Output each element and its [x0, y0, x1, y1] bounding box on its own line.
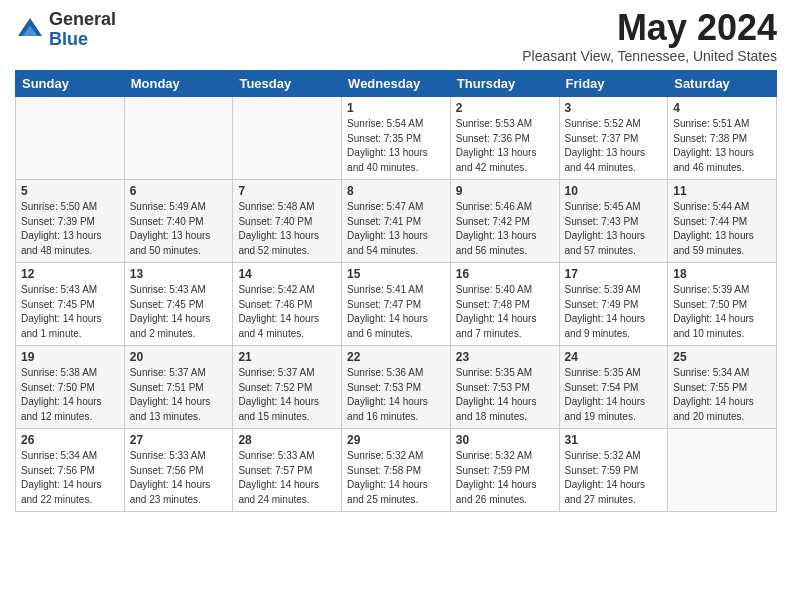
calendar-cell-3-4: 15Sunrise: 5:41 AM Sunset: 7:47 PM Dayli… [342, 263, 451, 346]
calendar-cell-5-4: 29Sunrise: 5:32 AM Sunset: 7:58 PM Dayli… [342, 429, 451, 512]
calendar-cell-2-3: 7Sunrise: 5:48 AM Sunset: 7:40 PM Daylig… [233, 180, 342, 263]
day-number: 18 [673, 267, 771, 281]
cell-content: Sunrise: 5:53 AM Sunset: 7:36 PM Dayligh… [456, 117, 554, 175]
day-number: 24 [565, 350, 663, 364]
weekday-header-row: Sunday Monday Tuesday Wednesday Thursday… [16, 71, 777, 97]
logo: General Blue [15, 10, 116, 50]
cell-content: Sunrise: 5:42 AM Sunset: 7:46 PM Dayligh… [238, 283, 336, 341]
calendar-cell-5-5: 30Sunrise: 5:32 AM Sunset: 7:59 PM Dayli… [450, 429, 559, 512]
day-number: 26 [21, 433, 119, 447]
day-number: 5 [21, 184, 119, 198]
day-number: 4 [673, 101, 771, 115]
cell-content: Sunrise: 5:34 AM Sunset: 7:56 PM Dayligh… [21, 449, 119, 507]
day-number: 17 [565, 267, 663, 281]
cell-content: Sunrise: 5:52 AM Sunset: 7:37 PM Dayligh… [565, 117, 663, 175]
cell-content: Sunrise: 5:32 AM Sunset: 7:59 PM Dayligh… [456, 449, 554, 507]
day-number: 28 [238, 433, 336, 447]
day-number: 2 [456, 101, 554, 115]
calendar-cell-2-1: 5Sunrise: 5:50 AM Sunset: 7:39 PM Daylig… [16, 180, 125, 263]
calendar-cell-5-2: 27Sunrise: 5:33 AM Sunset: 7:56 PM Dayli… [124, 429, 233, 512]
calendar-cell-5-6: 31Sunrise: 5:32 AM Sunset: 7:59 PM Dayli… [559, 429, 668, 512]
cell-content: Sunrise: 5:54 AM Sunset: 7:35 PM Dayligh… [347, 117, 445, 175]
calendar-cell-3-6: 17Sunrise: 5:39 AM Sunset: 7:49 PM Dayli… [559, 263, 668, 346]
day-number: 6 [130, 184, 228, 198]
day-number: 22 [347, 350, 445, 364]
calendar-body: 1Sunrise: 5:54 AM Sunset: 7:35 PM Daylig… [16, 97, 777, 512]
cell-content: Sunrise: 5:34 AM Sunset: 7:55 PM Dayligh… [673, 366, 771, 424]
calendar-page: General Blue May 2024 Pleasant View, Ten… [0, 0, 792, 612]
calendar-cell-3-2: 13Sunrise: 5:43 AM Sunset: 7:45 PM Dayli… [124, 263, 233, 346]
week-row-5: 26Sunrise: 5:34 AM Sunset: 7:56 PM Dayli… [16, 429, 777, 512]
day-number: 3 [565, 101, 663, 115]
day-number: 27 [130, 433, 228, 447]
calendar-cell-1-5: 2Sunrise: 5:53 AM Sunset: 7:36 PM Daylig… [450, 97, 559, 180]
day-number: 7 [238, 184, 336, 198]
calendar-cell-2-5: 9Sunrise: 5:46 AM Sunset: 7:42 PM Daylig… [450, 180, 559, 263]
calendar-cell-5-7 [668, 429, 777, 512]
calendar-cell-4-3: 21Sunrise: 5:37 AM Sunset: 7:52 PM Dayli… [233, 346, 342, 429]
calendar-cell-3-7: 18Sunrise: 5:39 AM Sunset: 7:50 PM Dayli… [668, 263, 777, 346]
cell-content: Sunrise: 5:43 AM Sunset: 7:45 PM Dayligh… [21, 283, 119, 341]
header-wednesday: Wednesday [342, 71, 451, 97]
day-number: 16 [456, 267, 554, 281]
day-number: 8 [347, 184, 445, 198]
cell-content: Sunrise: 5:40 AM Sunset: 7:48 PM Dayligh… [456, 283, 554, 341]
week-row-4: 19Sunrise: 5:38 AM Sunset: 7:50 PM Dayli… [16, 346, 777, 429]
cell-content: Sunrise: 5:36 AM Sunset: 7:53 PM Dayligh… [347, 366, 445, 424]
cell-content: Sunrise: 5:49 AM Sunset: 7:40 PM Dayligh… [130, 200, 228, 258]
day-number: 31 [565, 433, 663, 447]
calendar-cell-5-3: 28Sunrise: 5:33 AM Sunset: 7:57 PM Dayli… [233, 429, 342, 512]
calendar-cell-1-1 [16, 97, 125, 180]
day-number: 23 [456, 350, 554, 364]
cell-content: Sunrise: 5:32 AM Sunset: 7:59 PM Dayligh… [565, 449, 663, 507]
calendar-cell-4-1: 19Sunrise: 5:38 AM Sunset: 7:50 PM Dayli… [16, 346, 125, 429]
header-tuesday: Tuesday [233, 71, 342, 97]
day-number: 10 [565, 184, 663, 198]
header-saturday: Saturday [668, 71, 777, 97]
day-number: 13 [130, 267, 228, 281]
calendar-cell-2-6: 10Sunrise: 5:45 AM Sunset: 7:43 PM Dayli… [559, 180, 668, 263]
cell-content: Sunrise: 5:39 AM Sunset: 7:50 PM Dayligh… [673, 283, 771, 341]
cell-content: Sunrise: 5:35 AM Sunset: 7:54 PM Dayligh… [565, 366, 663, 424]
cell-content: Sunrise: 5:32 AM Sunset: 7:58 PM Dayligh… [347, 449, 445, 507]
week-row-3: 12Sunrise: 5:43 AM Sunset: 7:45 PM Dayli… [16, 263, 777, 346]
calendar-cell-1-2 [124, 97, 233, 180]
calendar-table: Sunday Monday Tuesday Wednesday Thursday… [15, 70, 777, 512]
calendar-cell-3-3: 14Sunrise: 5:42 AM Sunset: 7:46 PM Dayli… [233, 263, 342, 346]
cell-content: Sunrise: 5:44 AM Sunset: 7:44 PM Dayligh… [673, 200, 771, 258]
cell-content: Sunrise: 5:43 AM Sunset: 7:45 PM Dayligh… [130, 283, 228, 341]
logo-blue-text: Blue [49, 30, 116, 50]
header-friday: Friday [559, 71, 668, 97]
day-number: 1 [347, 101, 445, 115]
cell-content: Sunrise: 5:45 AM Sunset: 7:43 PM Dayligh… [565, 200, 663, 258]
cell-content: Sunrise: 5:33 AM Sunset: 7:56 PM Dayligh… [130, 449, 228, 507]
cell-content: Sunrise: 5:48 AM Sunset: 7:40 PM Dayligh… [238, 200, 336, 258]
calendar-cell-4-4: 22Sunrise: 5:36 AM Sunset: 7:53 PM Dayli… [342, 346, 451, 429]
cell-content: Sunrise: 5:41 AM Sunset: 7:47 PM Dayligh… [347, 283, 445, 341]
calendar-header: Sunday Monday Tuesday Wednesday Thursday… [16, 71, 777, 97]
cell-content: Sunrise: 5:33 AM Sunset: 7:57 PM Dayligh… [238, 449, 336, 507]
calendar-cell-4-6: 24Sunrise: 5:35 AM Sunset: 7:54 PM Dayli… [559, 346, 668, 429]
calendar-cell-1-4: 1Sunrise: 5:54 AM Sunset: 7:35 PM Daylig… [342, 97, 451, 180]
day-number: 30 [456, 433, 554, 447]
header-sunday: Sunday [16, 71, 125, 97]
calendar-cell-1-6: 3Sunrise: 5:52 AM Sunset: 7:37 PM Daylig… [559, 97, 668, 180]
day-number: 25 [673, 350, 771, 364]
cell-content: Sunrise: 5:38 AM Sunset: 7:50 PM Dayligh… [21, 366, 119, 424]
header: General Blue May 2024 Pleasant View, Ten… [15, 10, 777, 64]
week-row-2: 5Sunrise: 5:50 AM Sunset: 7:39 PM Daylig… [16, 180, 777, 263]
calendar-cell-1-7: 4Sunrise: 5:51 AM Sunset: 7:38 PM Daylig… [668, 97, 777, 180]
header-thursday: Thursday [450, 71, 559, 97]
calendar-cell-2-4: 8Sunrise: 5:47 AM Sunset: 7:41 PM Daylig… [342, 180, 451, 263]
calendar-cell-4-2: 20Sunrise: 5:37 AM Sunset: 7:51 PM Dayli… [124, 346, 233, 429]
month-title: May 2024 [522, 10, 777, 46]
calendar-cell-2-2: 6Sunrise: 5:49 AM Sunset: 7:40 PM Daylig… [124, 180, 233, 263]
week-row-1: 1Sunrise: 5:54 AM Sunset: 7:35 PM Daylig… [16, 97, 777, 180]
logo-general-text: General [49, 10, 116, 30]
cell-content: Sunrise: 5:46 AM Sunset: 7:42 PM Dayligh… [456, 200, 554, 258]
header-monday: Monday [124, 71, 233, 97]
calendar-cell-2-7: 11Sunrise: 5:44 AM Sunset: 7:44 PM Dayli… [668, 180, 777, 263]
cell-content: Sunrise: 5:50 AM Sunset: 7:39 PM Dayligh… [21, 200, 119, 258]
day-number: 20 [130, 350, 228, 364]
day-number: 11 [673, 184, 771, 198]
